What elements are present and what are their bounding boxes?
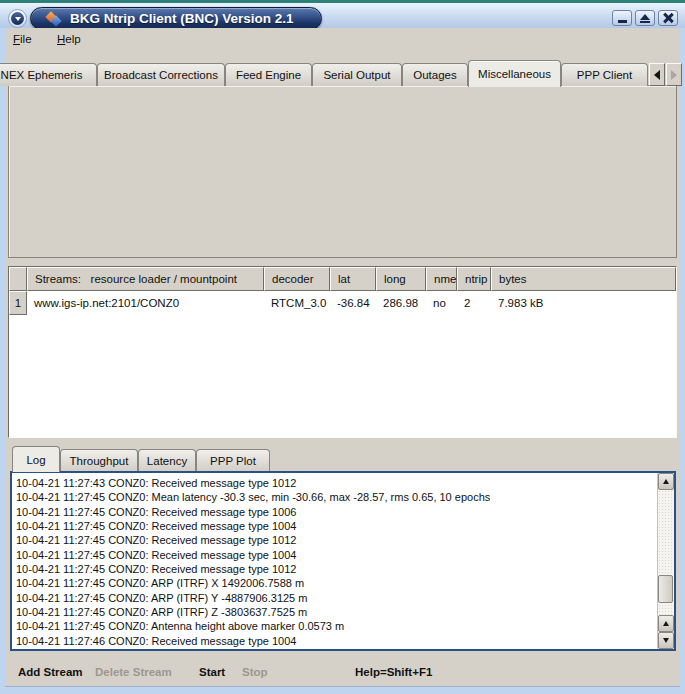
titlebar[interactable]: BKG Ntrip Client (BNC) Version 2.1: [0, 3, 685, 28]
column-header-streams[interactable]: Streams: resource loader / mountpoint: [27, 267, 264, 291]
log-line: 10-04-21 11:27:45 CONZ0: Received messag…: [16, 548, 657, 562]
log-line: 10-04-21 11:27:45 CONZ0: Received messag…: [16, 519, 657, 533]
titlebar-capsule: BKG Ntrip Client (BNC) Version 2.1: [30, 7, 322, 30]
log-line: 10-04-21 11:27:45 CONZ0: ARP (ITRF) X 14…: [16, 576, 657, 590]
chevron-down-icon: [15, 17, 21, 21]
log-lines: 10-04-21 11:27:43 CONZ0: Received messag…: [12, 473, 657, 649]
tab-ppp-plot[interactable]: PPP Plot: [196, 449, 270, 472]
close-button[interactable]: [658, 10, 678, 26]
cell-stream: www.igs-ip.net:2101/CONZ0: [27, 291, 264, 315]
scroll-up-button-bottom[interactable]: [658, 615, 674, 632]
start-button[interactable]: Start: [199, 666, 225, 678]
cell-long: 286.98: [376, 291, 426, 315]
triangle-up-icon: [663, 621, 669, 626]
log-line: 10-04-21 11:27:45 CONZ0: ARP (ITRF) Y -4…: [16, 591, 657, 605]
scrollbar-track[interactable]: [658, 490, 674, 615]
maximize-icon: [640, 14, 650, 23]
column-header-bytes[interactable]: bytes: [491, 267, 676, 291]
scrollbar-thumb[interactable]: [658, 575, 673, 603]
log-text-area[interactable]: 10-04-21 11:27:43 CONZ0: Received messag…: [10, 471, 676, 651]
minimize-button[interactable]: [612, 10, 632, 26]
column-header-long[interactable]: long: [376, 267, 426, 291]
cell-lat: -36.84: [330, 291, 376, 315]
delete-stream-button: Delete Stream: [95, 666, 172, 678]
stop-button: Stop: [242, 666, 268, 678]
miscellaneous-panel: [8, 85, 677, 258]
help-shortcut-label: Help=Shift+F1: [355, 666, 432, 678]
minimize-icon: [618, 20, 627, 23]
log-scrollbar[interactable]: [657, 473, 674, 649]
log-line: 10-04-21 11:27:45 CONZ0: Antenna height …: [16, 619, 657, 633]
scroll-up-button[interactable]: [658, 473, 674, 490]
cell-bytes: 7.983 kB: [491, 291, 676, 315]
column-header-ntrip[interactable]: ntrip: [457, 267, 491, 291]
triangle-down-icon: [663, 638, 669, 643]
table-row[interactable]: 1 www.igs-ip.net:2101/CONZ0 RTCM_3.0 -36…: [9, 291, 676, 315]
bnc-app-icon: [46, 11, 62, 27]
tab-miscellaneous[interactable]: Miscellaneous: [468, 60, 561, 87]
tab-ppp-client[interactable]: PPP Client: [561, 63, 648, 86]
tab-log[interactable]: Log: [12, 446, 60, 472]
tab-scroll-right-button: [666, 63, 682, 86]
log-line: 10-04-21 11:27:43 CONZ0: Received messag…: [16, 476, 657, 490]
cell-ntrip: 2: [457, 291, 491, 315]
streams-table: Streams: resource loader / mountpoint de…: [8, 266, 677, 438]
log-line: 10-04-21 11:27:46 CONZ0: Received messag…: [16, 634, 657, 648]
tab-feed-engine[interactable]: Feed Engine: [225, 63, 312, 86]
window-menu-button[interactable]: [8, 9, 27, 28]
table-header-row: Streams: resource loader / mountpoint de…: [9, 267, 676, 291]
scroll-down-button[interactable]: [658, 632, 674, 649]
log-line: 10-04-21 11:27:45 CONZ0: Received messag…: [16, 562, 657, 576]
window-menu-circle: [11, 12, 24, 25]
tab-broadcast-corrections[interactable]: Broadcast Corrections: [97, 63, 225, 86]
maximize-button[interactable]: [635, 10, 655, 26]
log-line: 10-04-21 11:27:45 CONZ0: Received messag…: [16, 505, 657, 519]
table-corner-cell: [9, 267, 27, 291]
column-header-lat[interactable]: lat: [330, 267, 376, 291]
tab-outages[interactable]: Outages: [402, 63, 468, 86]
column-header-decoder[interactable]: decoder: [264, 267, 330, 291]
log-line: 10-04-21 11:27:45 CONZ0: ARP (ITRF) Z -3…: [16, 605, 657, 619]
triangle-right-icon: [671, 70, 677, 80]
triangle-left-icon: [654, 70, 660, 80]
menu-file[interactable]: File: [13, 33, 32, 49]
close-icon: [663, 13, 673, 23]
triangle-up-icon: [663, 479, 669, 484]
log-line: 10-04-21 11:27:45 CONZ0: Received messag…: [16, 533, 657, 547]
tab-latency[interactable]: Latency: [138, 449, 196, 472]
menu-help[interactable]: Help: [57, 33, 81, 49]
tab-rinex-ephemeris[interactable]: NEX Ephemeris: [0, 63, 97, 86]
tab-scroll-left-button[interactable]: [649, 63, 665, 86]
tab-throughput[interactable]: Throughput: [60, 449, 138, 472]
log-line: 10-04-21 11:27:45 CONZ0: Mean latency -3…: [16, 490, 657, 504]
add-stream-button[interactable]: Add Stream: [18, 666, 83, 678]
tab-serial-output[interactable]: Serial Output: [312, 63, 402, 86]
cell-decoder: RTCM_3.0: [264, 291, 330, 315]
column-header-nmea[interactable]: nmea: [426, 267, 457, 291]
row-number: 1: [9, 291, 27, 315]
window-title: BKG Ntrip Client (BNC) Version 2.1: [70, 11, 294, 26]
cell-nmea: no: [426, 291, 457, 315]
